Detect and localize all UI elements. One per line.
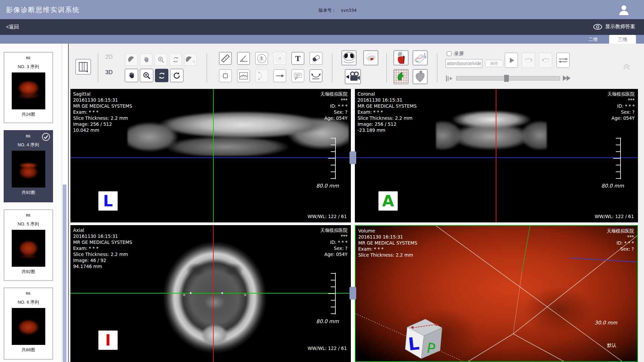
toolbar-separator	[332, 53, 332, 83]
wwwl-label: WW/WL: 122 / 61	[308, 214, 347, 219]
profile-curve-button[interactable]	[237, 69, 250, 82]
zoom-2d-button[interactable]	[155, 53, 167, 66]
collapse-icon[interactable]	[622, 63, 631, 70]
coronal-image	[436, 106, 547, 155]
viewport-name: Sagittal	[73, 91, 132, 97]
slow-speed-icon[interactable]	[445, 75, 454, 82]
vr-skull-button[interactable]	[363, 50, 378, 65]
eraser-tool-button[interactable]	[310, 52, 322, 65]
video-export-icon	[345, 70, 360, 83]
axial-crosshair-vertical[interactable]	[213, 225, 214, 362]
tab-3d[interactable]: 三维	[609, 35, 636, 44]
swap-icon	[558, 56, 568, 64]
loop-forward-button[interactable]	[522, 53, 535, 68]
spline-tool-button[interactable]	[255, 69, 268, 82]
patient-name: ***	[320, 97, 347, 103]
ruler-tool-button[interactable]	[219, 52, 232, 65]
mpr-lung-button[interactable]	[341, 50, 357, 65]
viewport-coronal[interactable]: Coronal 20161130 16:15:31 MR GE MEDICAL …	[355, 89, 638, 222]
seed-segment-button[interactable]	[393, 69, 409, 84]
reset-3d-button[interactable]	[170, 69, 183, 82]
axial-info: Axial 20161130 16:15:31 MR GE MEDICAL SY…	[73, 227, 132, 269]
scale-ruler	[322, 272, 339, 315]
study-datetime: 20161130 16:15:31	[73, 97, 132, 103]
app-title: 影像诊断思维实训系统	[6, 5, 80, 14]
divider-handle-top[interactable]	[350, 151, 356, 164]
version-label: 版本号：	[319, 8, 336, 13]
scale-label: 80.0 mm	[316, 183, 339, 189]
fast-speed-icon[interactable]	[562, 74, 572, 83]
series-modality: MR	[4, 292, 53, 296]
mode-3d-label: 3D	[105, 69, 113, 76]
rotate-2d-button[interactable]	[169, 53, 182, 66]
orientation-cube[interactable]: L P	[396, 316, 446, 359]
window-level-reset-2d-button[interactable]: C	[184, 53, 197, 66]
window-level-2d-button[interactable]	[125, 53, 138, 66]
viewport-volume[interactable]: L P Volume 20161130 16:15:31 MR GE MEDIC…	[355, 225, 638, 362]
loop-forward-icon	[524, 56, 533, 64]
hospital-name: 天堰模拟医院	[320, 227, 347, 233]
layout-button[interactable]	[75, 59, 91, 74]
coronal-patient: 天堰模拟医院 *** ID: * * * Sex: ? Age: 054Y	[607, 91, 635, 121]
viewport-axial[interactable]: Axial 20161130 16:15:31 MR GE MEDICAL SY…	[70, 225, 351, 362]
series-name: NO. 3 序列	[4, 64, 53, 70]
patient-id: ID: * * *	[320, 103, 347, 109]
angle-tool-button[interactable]	[237, 52, 250, 65]
slice-thickness: Slice Thickness: 2.2 mm	[358, 115, 417, 121]
sagittal-crosshair-horizontal[interactable]	[70, 157, 351, 158]
user-icon[interactable]	[618, 4, 630, 16]
video-path-input[interactable]	[445, 59, 482, 68]
coronal-crosshair-vertical[interactable]	[496, 89, 496, 222]
secondary-mark-button[interactable]: 次	[273, 52, 286, 65]
series-card-6[interactable]: MR NO. 6 序列 共88图	[4, 288, 53, 360]
series-card-4[interactable]: MR NO. 4 序列 共92图	[4, 130, 53, 202]
sagittal-image	[127, 106, 349, 156]
curve-ruler-button[interactable]	[310, 69, 322, 82]
swap-direction-button[interactable]	[556, 53, 570, 68]
export-video-button[interactable]	[345, 69, 361, 84]
viewport-grid: Sagittal 20161130 16:15:31 MR GE MEDICAL…	[70, 89, 638, 362]
sagittal-crosshair-vertical[interactable]	[213, 89, 214, 222]
image-index: Image: 46 / 92	[73, 257, 132, 263]
rotate-3d-button[interactable]	[155, 69, 168, 82]
knee-segment-button[interactable]	[393, 50, 409, 65]
speed-slider-thumb[interactable]	[504, 75, 509, 82]
exam-id: Exam: * * *	[358, 246, 417, 252]
series-card-5[interactable]: MR NO. 5 序列 共92图	[4, 209, 53, 281]
loop-back-button[interactable]	[539, 53, 552, 68]
hospital-name: 天堰模拟医院	[320, 91, 347, 97]
viewport-sagittal[interactable]: Sagittal 20161130 16:15:31 MR GE MEDICAL…	[70, 89, 351, 222]
roi-tool-button[interactable]	[219, 69, 232, 82]
play-button[interactable]	[505, 53, 518, 68]
back-button[interactable]: <返回	[6, 24, 19, 30]
text-tool-button[interactable]: T	[291, 52, 304, 65]
coronal-crosshair-horizontal[interactable]	[355, 157, 638, 158]
axial-crosshair-horizontal[interactable]	[70, 293, 351, 294]
crosshair-dot	[221, 292, 223, 294]
record-checkbox[interactable]	[447, 51, 451, 56]
sidebar-scrollbar-thumb[interactable]	[63, 185, 66, 362]
show-teacher-answer-button[interactable]: 显示教师答案	[593, 23, 635, 30]
path-plan-button[interactable]	[413, 50, 428, 65]
heart-vr-button[interactable]	[413, 69, 428, 84]
series-thumbnail	[12, 308, 45, 345]
series-card-3[interactable]: MR NO. 3 序列 共24图	[4, 52, 53, 123]
series-name: NO. 5 序列	[4, 221, 53, 227]
series-modality: MR	[4, 56, 53, 60]
comment-tool-button[interactable]	[291, 69, 304, 82]
sidebar-scrollbar[interactable]	[62, 44, 67, 362]
primary-mark-button[interactable]: 主	[255, 52, 268, 65]
version-info: 版本号：svn334	[319, 7, 357, 13]
pan-2d-button[interactable]	[140, 53, 152, 66]
series-thumbnail	[12, 151, 45, 188]
image-index: Image: 256 / 512	[73, 121, 132, 127]
arrow-tool-button[interactable]	[273, 69, 286, 82]
pan-3d-button[interactable]	[125, 69, 138, 82]
tab-2d[interactable]: 二维	[580, 35, 606, 44]
zoom-3d-button[interactable]	[140, 69, 153, 82]
patient-age: Age: 054Y	[320, 251, 347, 257]
nav-bar: <返回 显示教师答案	[0, 19, 644, 35]
divider-handle-bottom[interactable]	[350, 287, 356, 300]
path-button[interactable]: 路径	[485, 60, 503, 67]
series-count: 共88图	[4, 347, 53, 353]
